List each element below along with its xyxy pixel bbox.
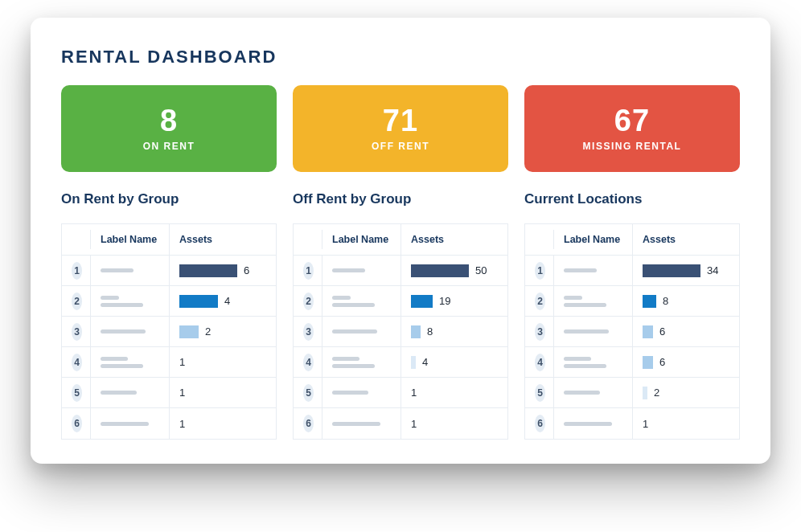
td-assets: 50 <box>401 256 507 285</box>
td-rank: 3 <box>294 317 322 346</box>
td-rank: 6 <box>294 408 322 439</box>
table-row[interactable]: 41 <box>62 347 276 378</box>
asset-bar <box>179 325 199 338</box>
td-label <box>322 378 401 407</box>
asset-value: 50 <box>475 264 487 276</box>
td-label <box>91 378 170 407</box>
td-assets: 1 <box>170 408 276 439</box>
rank-badge: 5 <box>535 384 545 402</box>
label-placeholder <box>101 422 161 426</box>
table-row[interactable]: 28 <box>525 286 739 317</box>
td-rank: 5 <box>294 378 322 407</box>
rank-badge: 5 <box>72 384 82 402</box>
asset-bar <box>643 264 700 277</box>
asset-value: 8 <box>427 325 433 338</box>
table-header: Label NameAssets <box>62 223 276 256</box>
table-row[interactable]: 36 <box>525 317 739 347</box>
rank-badge: 2 <box>535 293 545 310</box>
td-label <box>554 347 633 377</box>
td-assets: 1 <box>633 408 739 439</box>
label-placeholder <box>101 391 161 395</box>
table-row[interactable]: 44 <box>294 347 507 378</box>
td-rank: 3 <box>525 317 554 346</box>
table-row[interactable]: 51 <box>294 378 507 408</box>
kpi-tile[interactable]: 71OFF RENT <box>293 85 508 172</box>
td-assets: 34 <box>633 256 739 285</box>
kpi-value: 71 <box>383 105 418 136</box>
rank-badge: 2 <box>72 293 82 310</box>
rank-badge: 4 <box>303 354 314 371</box>
td-assets: 2 <box>170 317 276 346</box>
td-assets: 1 <box>401 408 507 439</box>
td-assets: 19 <box>401 286 507 316</box>
table-row[interactable]: 46 <box>525 347 739 378</box>
rank-badge: 2 <box>303 293 314 310</box>
asset-bar <box>643 356 653 369</box>
label-placeholder <box>101 329 161 334</box>
kpi-tile[interactable]: 8ON RENT <box>61 85 277 172</box>
rank-badge: 3 <box>303 323 314 341</box>
th-rank <box>62 230 91 249</box>
table-row[interactable]: 61 <box>62 408 276 439</box>
td-rank: 1 <box>525 256 554 285</box>
td-assets: 4 <box>401 347 507 377</box>
label-placeholder <box>332 329 392 334</box>
table-row[interactable]: 150 <box>294 256 507 286</box>
td-rank: 6 <box>62 408 91 439</box>
asset-bar <box>411 264 469 277</box>
table-row[interactable]: 32 <box>62 317 276 347</box>
kpi-value: 8 <box>160 105 178 136</box>
rank-badge: 6 <box>303 415 314 432</box>
table-row[interactable]: 134 <box>525 256 739 286</box>
asset-bar <box>643 387 647 399</box>
label-placeholder <box>101 296 161 307</box>
td-rank: 1 <box>62 256 91 285</box>
td-rank: 4 <box>62 347 91 377</box>
rank-badge: 1 <box>72 262 82 280</box>
table-header: Label NameAssets <box>294 223 507 256</box>
table-row[interactable]: 61 <box>294 408 507 439</box>
rank-badge: 6 <box>535 415 545 432</box>
th-label: Label Name <box>91 224 170 255</box>
table-row[interactable]: 52 <box>525 378 739 408</box>
td-rank: 1 <box>294 256 322 285</box>
asset-value: 19 <box>439 295 450 307</box>
kpi-tile[interactable]: 67MISSING RENTAL <box>524 85 740 172</box>
label-placeholder <box>332 357 392 368</box>
asset-bar <box>643 295 656 308</box>
rank-badge: 6 <box>72 415 82 432</box>
asset-value: 1 <box>179 418 185 430</box>
label-placeholder <box>564 329 624 334</box>
td-label <box>322 408 401 439</box>
section-title: Current Locations <box>524 191 740 207</box>
td-rank: 5 <box>525 378 554 407</box>
rank-badge: 3 <box>72 323 82 341</box>
section-table: Label NameAssets1342836465261 <box>524 223 740 440</box>
asset-bar <box>643 325 653 338</box>
section: Off Rent by GroupLabel NameAssets1502193… <box>293 188 508 440</box>
td-label <box>91 256 170 285</box>
asset-value: 2 <box>654 387 659 399</box>
td-label <box>91 408 170 439</box>
td-label <box>554 286 633 316</box>
table-row[interactable]: 219 <box>294 286 507 317</box>
rank-badge: 5 <box>303 384 314 402</box>
asset-value: 1 <box>411 387 417 399</box>
dashboard-card: RENTAL DASHBOARD 8ON RENT71OFF RENT67MIS… <box>31 18 770 464</box>
table-row[interactable]: 61 <box>525 408 739 439</box>
asset-value: 6 <box>659 356 665 368</box>
rank-badge: 3 <box>535 323 545 341</box>
kpi-value: 67 <box>614 105 650 136</box>
label-placeholder <box>564 268 624 272</box>
table-row[interactable]: 51 <box>62 378 276 408</box>
kpi-row: 8ON RENT71OFF RENT67MISSING RENTAL <box>61 85 740 172</box>
td-assets: 8 <box>401 317 507 346</box>
label-placeholder <box>332 391 392 395</box>
table-row[interactable]: 24 <box>62 286 276 317</box>
table-row[interactable]: 38 <box>294 317 507 347</box>
table-row[interactable]: 16 <box>62 256 276 286</box>
asset-value: 6 <box>659 325 665 338</box>
section: On Rent by GroupLabel NameAssets16243241… <box>61 188 277 440</box>
asset-value: 1 <box>179 387 185 399</box>
td-label <box>322 286 401 316</box>
